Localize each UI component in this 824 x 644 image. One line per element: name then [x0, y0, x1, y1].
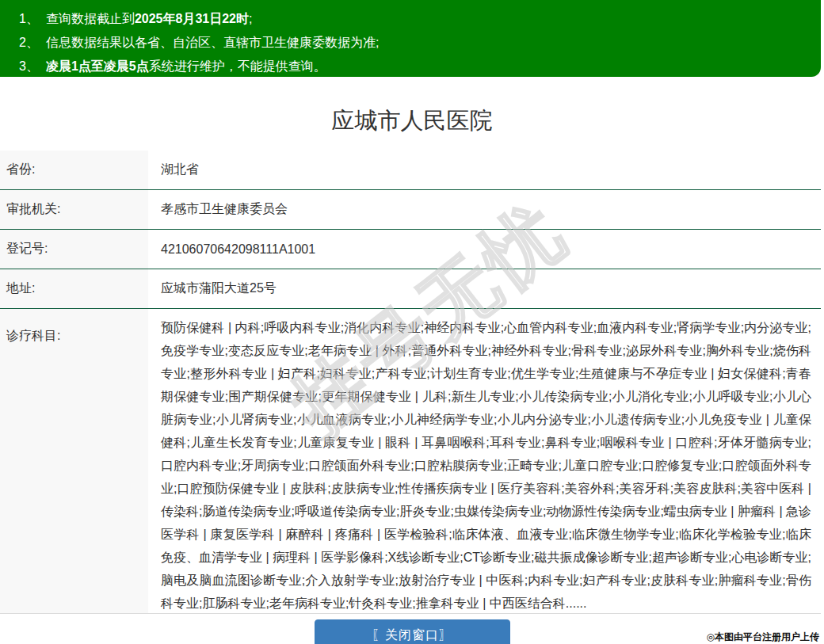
notice-number: 1、 — [19, 12, 39, 25]
field-value: 应城市蒲阳大道25号 — [148, 269, 821, 308]
notice-number: 3、 — [19, 59, 39, 73]
notice-number: 2、 — [19, 36, 39, 49]
notice-text: 系统进行维护，不能提供查询。 — [149, 59, 326, 73]
notice-item-2: 2、信息数据结果以各省、自治区、直辖市卫生健康委数据为准; — [19, 31, 821, 55]
notice-item-3: 3、凌晨1点至凌晨5点系统进行维护，不能提供查询。 — [19, 55, 821, 78]
table-row-registration-number: 登记号: 42106070642098111A1001 — [0, 230, 821, 269]
table-row-province: 省份: 湖北省 — [0, 151, 821, 190]
field-label: 审批机关: — [0, 190, 148, 229]
notice-text-bold: 2025年8月31日22时 — [135, 12, 249, 25]
close-window-button[interactable]: 〖关闭窗口〗 — [315, 619, 510, 644]
field-label: 诊疗科目: — [0, 309, 148, 613]
field-value: 孝感市卫生健康委员会 — [148, 190, 821, 229]
page-title: 应城市人民医院 — [0, 101, 824, 151]
notice-text: 信息数据结果以各省、自治区、直辖市卫生健康委数据为准; — [46, 36, 379, 49]
field-value: 湖北省 — [148, 151, 821, 189]
notice-banner: 1、查询数据截止到2025年8月31日22时; 2、信息数据结果以各省、自治区、… — [0, 0, 821, 77]
table-row-address: 地址: 应城市蒲阳大道25号 — [0, 269, 821, 309]
field-label: 登记号: — [0, 230, 148, 269]
field-value: 预防保健科 | 内科;呼吸内科专业;消化内科专业;神经内科专业;心血管内科专业;… — [148, 309, 821, 613]
notice-text: 查询数据截止到 — [46, 12, 135, 25]
notice-list: 1、查询数据截止到2025年8月31日22时; 2、信息数据结果以各省、自治区、… — [19, 7, 821, 78]
hospital-info-table: 省份: 湖北省 审批机关: 孝感市卫生健康委员会 登记号: 4210607064… — [0, 151, 821, 614]
table-row-departments: 诊疗科目: 预防保健科 | 内科;呼吸内科专业;消化内科专业;神经内科专业;心血… — [0, 309, 821, 614]
field-label: 地址: — [0, 269, 148, 308]
table-row-approval-authority: 审批机关: 孝感市卫生健康委员会 — [0, 190, 821, 230]
upload-credit-text: ◎本图由平台注册用户上传 — [707, 631, 819, 644]
field-label: 省份: — [0, 151, 148, 189]
notice-text: ; — [249, 12, 252, 25]
notice-item-1: 1、查询数据截止到2025年8月31日22时; — [19, 7, 821, 31]
field-value: 42106070642098111A1001 — [148, 230, 821, 269]
notice-text-bold: 凌晨1点至凌晨5点 — [46, 59, 149, 73]
